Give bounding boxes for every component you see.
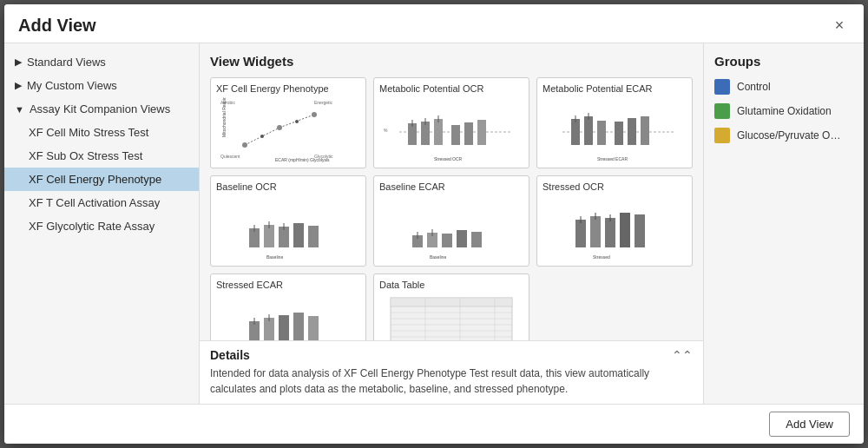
group-label-glutamine: Glutamine Oxidation xyxy=(737,105,832,117)
svg-point-9 xyxy=(277,125,282,130)
widget-stressed-ocr[interactable]: Stressed OCR Stressed xyxy=(536,175,693,267)
widgets-area: View Widgets XF Cell Energy Phenotype Ae… xyxy=(200,43,703,340)
widget-label-data-table: Data Table xyxy=(379,280,523,290)
svg-rect-20 xyxy=(464,122,473,145)
dialog-header: Add View × xyxy=(4,4,864,43)
chevron-right-icon-2: ▶ xyxy=(15,80,22,91)
group-item-glutamine: Glutamine Oxidation xyxy=(714,103,853,119)
add-view-button[interactable]: Add View xyxy=(769,412,850,437)
svg-text:Mitochondrial Respiration: Mitochondrial Respiration xyxy=(221,97,227,137)
sidebar-item-sub-ox[interactable]: XF Sub Ox Stress Test xyxy=(4,144,199,168)
widget-label-baseline-ecar: Baseline ECAR xyxy=(379,181,523,192)
group-swatch-glutamine xyxy=(714,103,730,119)
widget-label-stressed-ecar: Stressed ECAR xyxy=(216,280,360,290)
chart-xf-cell-energy: Aerobic Energetic Quiescent Glycolytic E… xyxy=(216,97,360,162)
chart-metabolic-ocr: % Stressed OCR xyxy=(379,97,523,162)
svg-rect-30 xyxy=(615,122,623,145)
cell-mito-label: XF Cell Mito Stress Test xyxy=(29,126,148,139)
group-item-control: Control xyxy=(714,79,853,95)
sidebar-item-cell-energy[interactable]: XF Cell Energy Phenotype xyxy=(4,168,199,191)
svg-rect-48 xyxy=(457,230,467,247)
sidebar: ▶ Standard Views ▶ My Custom Views ▼ Ass… xyxy=(4,43,200,404)
svg-rect-19 xyxy=(451,125,460,145)
sidebar-item-t-cell[interactable]: XF T Cell Activation Assay xyxy=(4,191,199,214)
svg-rect-55 xyxy=(605,218,615,247)
svg-point-11 xyxy=(260,135,264,138)
chart-metabolic-ecar: Stressed ECAR xyxy=(542,97,687,162)
svg-text:%: % xyxy=(384,128,388,133)
svg-point-8 xyxy=(242,142,247,148)
widget-metabolic-ocr[interactable]: Metabolic Potential OCR % Stressed OCR xyxy=(373,77,529,168)
t-cell-label: XF T Cell Activation Assay xyxy=(29,196,160,209)
sidebar-item-standard-views[interactable]: ▶ Standard Views xyxy=(4,50,199,74)
widget-data-table[interactable]: Data Table xyxy=(373,273,529,340)
svg-point-12 xyxy=(295,120,299,123)
svg-rect-27 xyxy=(571,119,580,145)
svg-rect-21 xyxy=(477,120,486,145)
chevron-right-icon: ▶ xyxy=(15,56,22,68)
widget-label-xf-cell-energy: XF Cell Energy Phenotype xyxy=(216,83,360,94)
group-swatch-control xyxy=(714,79,730,95)
widget-xf-cell-energy[interactable]: XF Cell Energy Phenotype Aerobic Energet… xyxy=(210,77,366,168)
svg-text:Energetic: Energetic xyxy=(314,100,333,105)
add-view-dialog: Add View × ▶ Standard Views ▶ My Custom … xyxy=(4,4,864,444)
svg-text:Stressed: Stressed xyxy=(593,254,610,260)
svg-rect-32 xyxy=(641,116,649,145)
svg-rect-70 xyxy=(391,298,512,306)
chevron-down-icon: ▼ xyxy=(15,104,24,115)
widget-baseline-ocr[interactable]: Baseline OCR Baseline xyxy=(210,175,366,267)
close-button[interactable]: × xyxy=(829,15,850,36)
cell-energy-label: XF Cell Energy Phenotype xyxy=(29,173,161,186)
svg-text:Stressed OCR: Stressed OCR xyxy=(434,156,463,161)
svg-text:Quiescent: Quiescent xyxy=(220,154,240,159)
groups-title: Groups xyxy=(714,54,853,69)
svg-rect-31 xyxy=(628,118,636,145)
svg-rect-64 xyxy=(279,315,289,340)
svg-rect-54 xyxy=(590,216,601,247)
svg-rect-56 xyxy=(620,213,630,247)
sub-ox-label: XF Sub Ox Stress Test xyxy=(29,149,142,162)
svg-point-10 xyxy=(312,112,317,117)
svg-rect-39 xyxy=(293,223,304,247)
chart-baseline-ocr: Baseline xyxy=(216,195,360,260)
svg-rect-49 xyxy=(471,232,482,247)
widgets-title: View Widgets xyxy=(210,54,693,69)
sidebar-item-cell-mito[interactable]: XF Cell Mito Stress Test xyxy=(4,121,199,144)
svg-rect-29 xyxy=(597,121,606,145)
svg-text:ECAR (mpH/min) Glycolysis: ECAR (mpH/min) Glycolysis xyxy=(275,157,330,162)
group-label-control: Control xyxy=(737,81,771,93)
details-panel: Details ⌃⌃ Intended for data analysis of… xyxy=(200,340,703,404)
svg-rect-40 xyxy=(308,226,319,247)
sidebar-item-assay-kit[interactable]: ▼ Assay Kit Companion Views xyxy=(4,97,199,121)
svg-rect-47 xyxy=(442,234,452,247)
main-content: View Widgets XF Cell Energy Phenotype Ae… xyxy=(200,43,703,404)
chart-data-table xyxy=(379,293,523,340)
dialog-footer: Add View xyxy=(4,404,864,444)
chevron-up-icon[interactable]: ⌃⌃ xyxy=(672,348,693,362)
my-custom-views-label: My Custom Views xyxy=(27,79,117,92)
widget-stressed-ecar[interactable]: Stressed ECAR Stressed xyxy=(210,273,366,340)
widget-label-baseline-ocr: Baseline OCR xyxy=(216,181,360,192)
chart-stressed-ecar: Stressed xyxy=(216,293,360,340)
svg-text:Stressed ECAR: Stressed ECAR xyxy=(597,156,628,161)
svg-text:Baseline: Baseline xyxy=(266,254,283,260)
widget-label-metabolic-ecar: Metabolic Potential ECAR xyxy=(542,83,687,94)
svg-rect-28 xyxy=(584,116,593,145)
sidebar-item-glycolytic[interactable]: XF Glycolytic Rate Assay xyxy=(4,214,199,238)
group-item-glucose: Glucose/Pyruvate O… xyxy=(714,128,853,143)
svg-rect-17 xyxy=(421,122,430,145)
assay-kit-label: Assay Kit Companion Views xyxy=(30,102,170,115)
widget-baseline-ecar[interactable]: Baseline ECAR Baseline xyxy=(373,175,529,267)
widget-metabolic-ecar[interactable]: Metabolic Potential ECAR Stressed ECAR xyxy=(536,77,693,168)
svg-rect-66 xyxy=(308,316,319,340)
group-label-glucose: Glucose/Pyruvate O… xyxy=(737,129,840,142)
details-text: Intended for data analysis of XF Cell En… xyxy=(210,366,693,397)
widget-label-stressed-ocr: Stressed OCR xyxy=(542,181,687,192)
group-swatch-glucose xyxy=(714,128,730,143)
chart-stressed-ocr: Stressed xyxy=(542,195,687,260)
svg-text:Baseline: Baseline xyxy=(430,254,446,260)
dialog-body: ▶ Standard Views ▶ My Custom Views ▼ Ass… xyxy=(4,43,864,404)
dialog-title: Add View xyxy=(18,16,96,36)
svg-rect-57 xyxy=(635,214,645,247)
sidebar-item-my-custom-views[interactable]: ▶ My Custom Views xyxy=(4,74,199,97)
